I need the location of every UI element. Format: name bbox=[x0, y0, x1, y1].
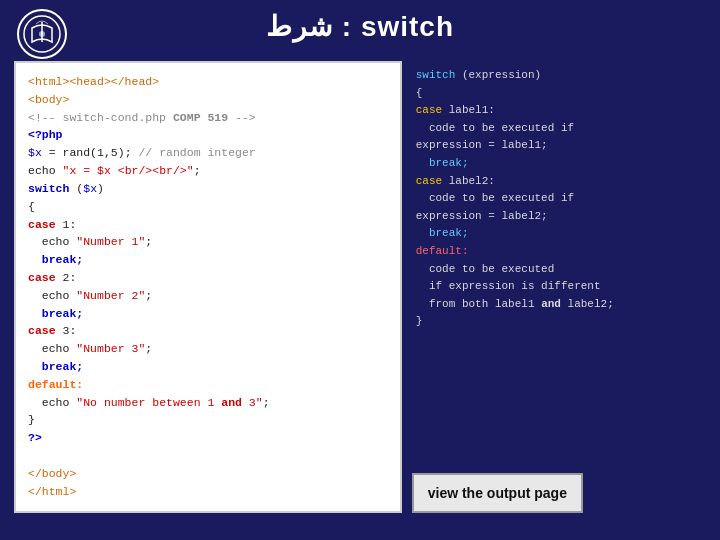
code-line: break; bbox=[28, 358, 388, 376]
syntax-line: if expression is different bbox=[416, 278, 702, 296]
syntax-line: case label2: bbox=[416, 173, 702, 191]
code-line: <body> bbox=[28, 91, 388, 109]
right-panel: switch (expression) { case label1: code … bbox=[412, 61, 706, 513]
code-line: echo "x = $x <br/><br/>"; bbox=[28, 162, 388, 180]
syntax-line: code to be executed if bbox=[416, 120, 702, 138]
syntax-line: code to be executed bbox=[416, 261, 702, 279]
code-line: } bbox=[28, 411, 388, 429]
syntax-line: from both label1 and label2; bbox=[416, 296, 702, 314]
code-line: echo "Number 1"; bbox=[28, 233, 388, 251]
code-line: { bbox=[28, 198, 388, 216]
code-line: echo "Number 3"; bbox=[28, 340, 388, 358]
syntax-line: default: bbox=[416, 243, 702, 261]
code-line: $x = rand(1,5); // random integer bbox=[28, 144, 388, 162]
code-line: case 2: bbox=[28, 269, 388, 287]
code-line: echo "Number 2"; bbox=[28, 287, 388, 305]
code-line: </body> bbox=[28, 465, 388, 483]
syntax-line: case label1: bbox=[416, 102, 702, 120]
main-content: <html><head></head> <body> <!-- switch-c… bbox=[0, 51, 720, 523]
code-line: ?> bbox=[28, 429, 388, 447]
code-line: switch ($x) bbox=[28, 180, 388, 198]
syntax-line: break; bbox=[416, 155, 702, 173]
syntax-line: } bbox=[416, 313, 702, 331]
university-logo bbox=[16, 8, 68, 60]
syntax-line: break; bbox=[416, 225, 702, 243]
code-line: echo "No number between 1 and 3"; bbox=[28, 394, 388, 412]
page-header: switch : شرط bbox=[0, 0, 720, 51]
syntax-line: switch (expression) bbox=[416, 67, 702, 85]
code-line: case 1: bbox=[28, 216, 388, 234]
code-line: break; bbox=[28, 251, 388, 269]
syntax-line: { bbox=[416, 85, 702, 103]
syntax-line: expression = label1; bbox=[416, 137, 702, 155]
code-panel: <html><head></head> <body> <!-- switch-c… bbox=[14, 61, 402, 513]
page-title: switch : شرط bbox=[266, 10, 454, 43]
code-line: <!-- switch-cond.php COMP 519 --> bbox=[28, 109, 388, 127]
svg-point-3 bbox=[39, 31, 45, 37]
view-output-button[interactable]: view the output page bbox=[412, 473, 583, 513]
code-line: default: bbox=[28, 376, 388, 394]
code-line bbox=[28, 447, 388, 465]
syntax-line: expression = label2; bbox=[416, 208, 702, 226]
code-line: break; bbox=[28, 305, 388, 323]
syntax-line: code to be executed if bbox=[416, 190, 702, 208]
code-line: <html><head></head> bbox=[28, 73, 388, 91]
code-line: case 3: bbox=[28, 322, 388, 340]
syntax-panel: switch (expression) { case label1: code … bbox=[412, 61, 706, 465]
code-line: </html> bbox=[28, 483, 388, 501]
code-line: <?php bbox=[28, 126, 388, 144]
